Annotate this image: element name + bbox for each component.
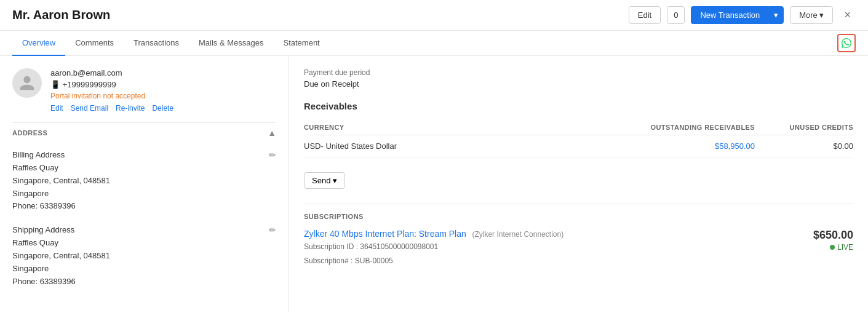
billing-line3: Singapore: [12, 188, 276, 201]
billing-phone: Phone: 63389396: [12, 200, 276, 213]
tab-comments[interactable]: Comments: [65, 31, 124, 56]
shipping-line3: Singapore: [12, 263, 276, 276]
col-outstanding: OUTSTANDING RECEIVABLES: [619, 124, 755, 131]
address-collapse-button[interactable]: ▲: [268, 128, 276, 138]
send-dropdown-icon: ▾: [333, 176, 337, 185]
subscription-info: Zylker 40 Mbps Internet Plan: Stream Pla…: [304, 229, 813, 267]
new-transaction-dropdown[interactable]: ▾: [768, 6, 784, 24]
col-currency: CURRENCY: [304, 124, 619, 131]
row-unused: $0.00: [755, 141, 853, 151]
main-content: aaron.b@email.com 📱 +19999999999 Portal …: [0, 56, 868, 312]
shipping-title: Shipping Address: [12, 225, 276, 234]
edit-contact-link[interactable]: Edit: [50, 104, 63, 113]
shipping-line2: Singapore, Central, 048581: [12, 250, 276, 263]
activity-button[interactable]: 0: [667, 6, 685, 24]
contact-row: aaron.b@email.com 📱 +19999999999 Portal …: [12, 68, 276, 113]
contact-email: aaron.b@email.com: [50, 68, 276, 78]
right-panel: Payment due period Due on Receipt Receiv…: [289, 56, 868, 312]
col-unused: UNUSED CREDITS: [755, 124, 853, 131]
whatsapp-icon[interactable]: [837, 34, 856, 52]
subscription-price: $650.00: [813, 229, 853, 242]
new-transaction-button[interactable]: New Transaction: [691, 6, 768, 24]
send-button[interactable]: Send ▾: [304, 172, 345, 189]
table-row: USD- United States Dollar $58,950.00 $0.…: [304, 135, 853, 157]
billing-edit-button[interactable]: ✏: [269, 150, 276, 160]
header: Mr. Aaron Brown Edit 0 New Transaction ▾…: [0, 0, 868, 31]
portal-warning: Portal invitation not accepted: [50, 92, 276, 100]
new-transaction-group: New Transaction ▾: [691, 6, 784, 24]
billing-title: Billing Address: [12, 150, 276, 159]
send-area: Send ▾: [304, 165, 853, 189]
live-label: LIVE: [837, 243, 853, 252]
close-button[interactable]: ×: [839, 6, 856, 24]
delete-link[interactable]: Delete: [152, 104, 173, 113]
edit-button[interactable]: Edit: [629, 6, 661, 24]
tab-transactions[interactable]: Transactions: [124, 31, 189, 56]
tab-statement[interactable]: Statement: [273, 31, 329, 56]
receivables-table-header: CURRENCY OUTSTANDING RECEIVABLES UNUSED …: [304, 120, 853, 135]
address-label: ADDRESS: [12, 129, 47, 137]
row-currency: USD- United States Dollar: [304, 141, 619, 151]
shipping-address: Shipping Address Raffles Quay Singapore,…: [12, 225, 276, 288]
receivables-title: Receivables: [304, 101, 853, 111]
tabs-bar: Overview Comments Transactions Mails & M…: [0, 31, 868, 56]
contact-info: aaron.b@email.com 📱 +19999999999 Portal …: [50, 68, 276, 113]
shipping-phone: Phone: 63389396: [12, 276, 276, 288]
subscription-price-block: $650.00 LIVE: [813, 229, 853, 252]
live-badge: LIVE: [830, 243, 853, 252]
subscription-name-row: Zylker 40 Mbps Internet Plan: Stream Pla…: [304, 229, 813, 239]
phone-icon: 📱: [50, 80, 60, 89]
payment-period-label: Payment due period: [304, 68, 853, 77]
address-block: Billing Address Raffles Quay Singapore, …: [12, 150, 276, 288]
live-dot: [830, 245, 835, 250]
avatar: [12, 68, 42, 98]
contact-actions: Edit Send Email Re-invite Delete: [50, 104, 276, 113]
tab-mails[interactable]: Mails & Messages: [189, 31, 273, 56]
shipping-line1: Raffles Quay: [12, 237, 276, 250]
contact-phone: 📱 +19999999999: [50, 80, 276, 89]
subscription-id: Subscription ID : 3645105000000098001: [304, 241, 813, 253]
page-title: Mr. Aaron Brown: [12, 8, 623, 22]
subscription-name[interactable]: Zylker 40 Mbps Internet Plan: Stream Pla…: [304, 229, 466, 239]
send-email-link[interactable]: Send Email: [71, 104, 108, 113]
shipping-edit-button[interactable]: ✏: [269, 225, 276, 235]
subscription-num: Subscription# : SUB-00005: [304, 255, 813, 267]
billing-address: Billing Address Raffles Quay Singapore, …: [12, 150, 276, 213]
tab-overview[interactable]: Overview: [12, 31, 65, 56]
address-section-header: ADDRESS ▲: [12, 122, 276, 143]
reinvite-link[interactable]: Re-invite: [116, 104, 145, 113]
billing-line1: Raffles Quay: [12, 162, 276, 175]
subscription-row: Zylker 40 Mbps Internet Plan: Stream Pla…: [304, 229, 853, 267]
row-outstanding[interactable]: $58,950.00: [619, 141, 755, 151]
more-button[interactable]: More ▾: [790, 6, 833, 24]
subscription-provider: (Zylker Internet Connection): [472, 230, 563, 239]
left-panel: aaron.b@email.com 📱 +19999999999 Portal …: [0, 56, 289, 312]
subscriptions-label: SUBSCRIPTIONS: [304, 204, 853, 220]
payment-period-value: Due on Receipt: [304, 79, 853, 89]
billing-line2: Singapore, Central, 048581: [12, 175, 276, 188]
